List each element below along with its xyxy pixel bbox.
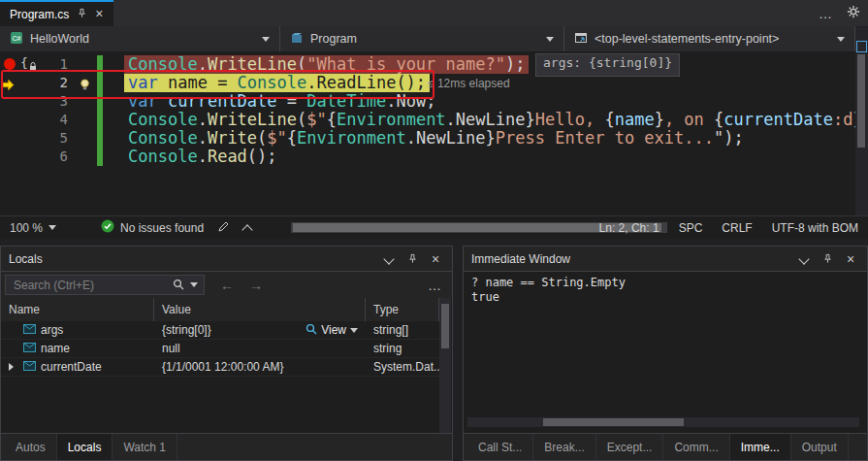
immediate-content[interactable]: ? name == String.Emptytrue — [464, 272, 867, 434]
code-text[interactable]: Console.WriteLine($"{Environment.NewLine… — [124, 111, 867, 129]
code-line: 6Console.Read(); — [0, 148, 868, 166]
locals-row[interactable]: namenullstring — [1, 340, 439, 358]
panel-tab[interactable]: Except... — [596, 434, 664, 460]
panel-title: Locals — [9, 252, 43, 266]
window-position-icon[interactable] — [795, 250, 813, 268]
variable-type: System.Dat... — [373, 360, 439, 374]
pen-icon[interactable] — [217, 220, 230, 236]
variable-value: null — [162, 342, 180, 355]
search-input[interactable] — [12, 278, 167, 293]
immediate-header: Immediate Window — [464, 247, 867, 272]
panel-tab[interactable]: Call St... — [467, 434, 533, 460]
locals-panel: Locals ← → NameValueType args{string[0]}… — [0, 246, 453, 461]
tab-bar-actions — [819, 0, 860, 26]
editor-vertical-scrollbar[interactable] — [855, 27, 868, 215]
type-cell: System.Dat... — [366, 360, 439, 374]
vs-window: Program.cs C# HelloWorld — [0, 0, 868, 461]
panel-tab[interactable]: Output — [791, 434, 849, 460]
value-cell: {string[0]}View — [154, 323, 366, 338]
search-icon[interactable] — [173, 277, 184, 294]
locals-rows: args{string[0]}Viewstring[]namenullstrin… — [1, 321, 439, 436]
encoding-indicator[interactable]: UTF-8 with BOM — [772, 221, 858, 235]
tab-overflow-icon[interactable] — [819, 5, 833, 22]
line-number: 4 — [17, 111, 68, 129]
collapse-icon[interactable] — [241, 224, 252, 235]
panel-tab[interactable]: Imme... — [730, 434, 791, 460]
type-cell: string[] — [366, 323, 439, 337]
line-col-indicator[interactable]: Ln: 2, Ch: 1 — [599, 221, 659, 235]
value-cell: null — [154, 342, 366, 355]
chevron-down-icon — [262, 37, 270, 42]
chevron-down-icon[interactable] — [190, 282, 198, 287]
code-text[interactable]: Console.WriteLine("What is your name?"); — [124, 55, 529, 74]
check-circle-icon — [101, 219, 114, 236]
project-icon: C# — [10, 31, 23, 48]
immediate-panel: Immediate Window ? name == String.Emptyt… — [463, 246, 868, 461]
line-ending-indicator[interactable]: CRLF — [722, 221, 752, 235]
zoom-control[interactable]: 100 % — [0, 221, 66, 235]
panel-tab[interactable]: Watch 1 — [113, 434, 177, 460]
tab-program-cs[interactable]: Program.cs — [0, 0, 113, 26]
project-dropdown[interactable]: C# HelloWorld — [0, 26, 280, 51]
code-line: 1Console.WriteLine("What is your name?")… — [0, 55, 868, 74]
close-icon[interactable] — [427, 250, 444, 268]
datatip[interactable]: args: {string[0]} — [535, 53, 680, 77]
type-cell: string — [366, 342, 439, 355]
zoom-level: 100 % — [10, 221, 43, 235]
panel-tab[interactable]: Locals — [57, 434, 113, 460]
back-arrow-icon[interactable]: ← — [220, 278, 234, 293]
pin-icon[interactable] — [77, 8, 87, 21]
pin-icon[interactable] — [403, 250, 421, 268]
code-line: 3var currentDate = DateTime.Now; — [0, 92, 868, 111]
forward-arrow-icon[interactable]: → — [249, 278, 263, 293]
locals-row[interactable]: currentDate{1/1/0001 12:00:00 AM}System.… — [1, 358, 439, 377]
spaces-indicator[interactable]: SPC — [679, 221, 703, 235]
view-button[interactable]: View — [305, 323, 366, 338]
panel-tab[interactable]: Break... — [533, 434, 595, 460]
code-text[interactable]: Console.Write($"{Environment.NewLine}Pre… — [124, 129, 748, 148]
close-icon[interactable] — [842, 250, 859, 268]
member-dropdown[interactable]: <top-level-statements-entry-point> — [564, 26, 855, 51]
code-line: 4Console.WriteLine($"{Environment.NewLin… — [0, 111, 868, 129]
expander-icon[interactable] — [9, 363, 18, 371]
type-dropdown[interactable]: Program — [280, 26, 564, 51]
panel-tab[interactable]: Comm... — [663, 434, 729, 460]
variable-name: name — [41, 342, 70, 355]
column-header[interactable]: Value — [154, 298, 366, 321]
scrollbar-thumb[interactable] — [441, 304, 449, 348]
line-number: 5 — [17, 129, 68, 148]
code-editor[interactable]: 1Console.WriteLine("What is your name?")… — [0, 51, 868, 215]
gear-icon[interactable] — [847, 5, 860, 22]
code-text[interactable]: var currentDate = DateTime.Now; — [124, 92, 439, 111]
pin-icon[interactable] — [819, 250, 836, 268]
issues-indicator[interactable]: No issues found — [101, 219, 204, 236]
outline-brace-icon: { — [20, 55, 28, 70]
more-options-icon[interactable] — [428, 277, 442, 294]
breakpoint-margin[interactable] — [0, 111, 17, 129]
code-line: 5Console.Write($"{Environment.NewLine}Pr… — [0, 129, 868, 148]
breakpoint-icon[interactable] — [4, 58, 16, 70]
code-text[interactable]: Console.Read(); — [124, 148, 281, 166]
locals-vertical-scrollbar[interactable] — [439, 298, 451, 436]
chevron-down-icon — [48, 225, 56, 230]
lightbulb-icon[interactable] — [80, 77, 90, 94]
window-position-icon[interactable] — [380, 250, 398, 268]
variable-icon — [23, 323, 36, 337]
search-box[interactable] — [5, 275, 205, 295]
chevron-down-icon — [837, 37, 845, 42]
scrollbar-thumb[interactable] — [857, 54, 865, 148]
breakpoint-margin[interactable] — [0, 129, 17, 148]
locals-row[interactable]: args{string[0]}Viewstring[] — [1, 321, 439, 340]
column-header[interactable]: Type — [366, 298, 439, 321]
variable-name: args — [41, 323, 63, 337]
immediate-horizontal-scrollbar[interactable] — [467, 417, 859, 427]
line-number: 2 — [17, 74, 68, 92]
column-header[interactable]: Name — [1, 298, 154, 321]
close-tab-icon[interactable] — [95, 7, 103, 21]
breakpoint-margin[interactable] — [0, 148, 17, 166]
panel-tab[interactable]: Autos — [5, 434, 57, 460]
locals-search-row: ← → — [1, 272, 452, 298]
code-text[interactable]: var name = Console.ReadLine(); — [124, 74, 430, 92]
perftip[interactable]: ≤ 12ms elapsed — [428, 77, 510, 90]
scrollbar-thumb[interactable] — [543, 418, 684, 426]
